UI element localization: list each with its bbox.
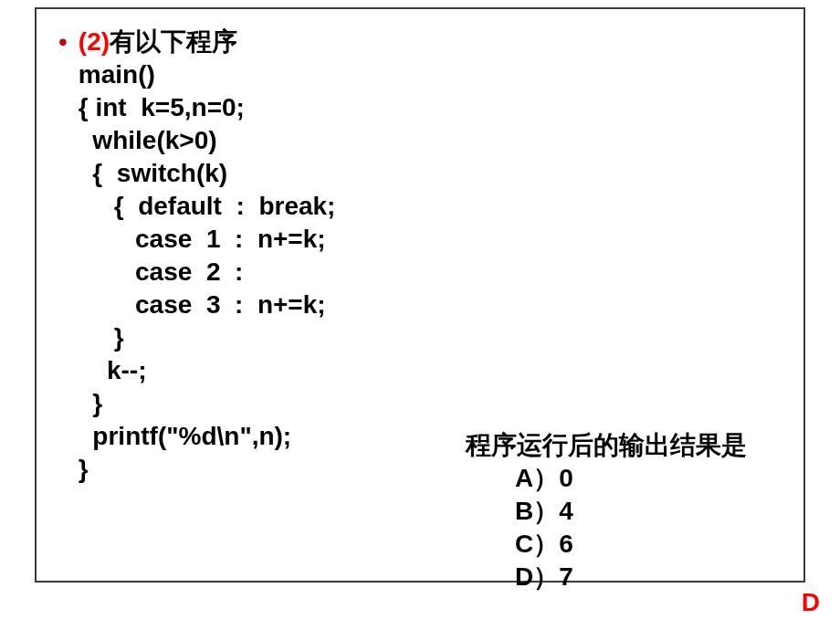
content-block: (2)有以下程序 main() { int k=5,n=0; while(k>0… [79, 26, 778, 486]
code-line-6: case 1 : n+=k; [79, 225, 326, 253]
slide-frame: • (2)有以下程序 main() { int k=5,n=0; while(k… [35, 7, 805, 583]
code-block: main() { int k=5,n=0; while(k>0) { switc… [79, 58, 778, 486]
code-line-10: k--; [79, 356, 147, 384]
code-line-2: { int k=5,n=0; [79, 93, 245, 121]
answer-options: A）0 B）4 C）6 D）7 [515, 462, 747, 593]
question-text: 有以下程序 [110, 27, 237, 56]
option-c: C）6 [515, 528, 747, 561]
code-line-5: { default : break; [79, 192, 336, 220]
code-line-1: main() [79, 60, 155, 89]
code-line-4: { switch(k) [79, 159, 227, 187]
option-b: B）4 [515, 495, 747, 528]
code-line-8: case 3 : n+=k; [79, 290, 326, 319]
answer-section: 程序运行后的输出结果是 A）0 B）4 C）6 D）7 [466, 429, 747, 593]
question-number: (2) [79, 27, 110, 56]
question-prompt: 程序运行后的输出结果是 [466, 429, 747, 462]
question-title: (2)有以下程序 [79, 26, 778, 58]
code-line-7: case 2 : [79, 257, 244, 286]
code-line-12: printf("%d\n",n); [79, 422, 291, 450]
bullet-row: • (2)有以下程序 main() { int k=5,n=0; while(k… [62, 26, 778, 486]
option-a: A）0 [515, 462, 747, 495]
code-line-11: } [79, 389, 102, 417]
code-line-9: } [79, 323, 124, 352]
code-line-13: } [79, 455, 89, 483]
bullet-dot: • [58, 26, 68, 58]
correct-answer: D [802, 588, 820, 617]
code-line-3: while(k>0) [79, 126, 217, 154]
option-d: D）7 [515, 561, 747, 593]
